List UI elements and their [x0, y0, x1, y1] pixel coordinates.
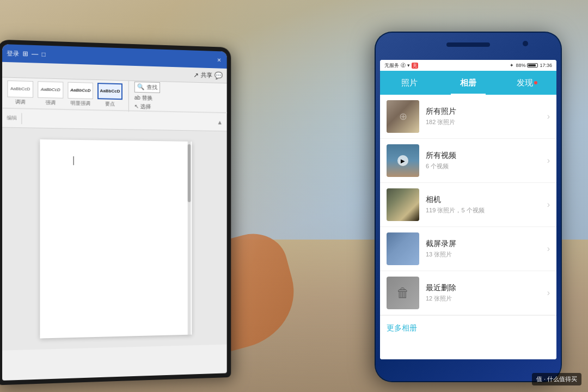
- album-title-all-videos: 所有视频: [426, 151, 547, 161]
- scroll-bar[interactable]: [188, 142, 191, 335]
- album-count-recently-deleted: 12 张照片: [426, 295, 547, 303]
- phone-speaker: [446, 42, 490, 47]
- style-box-3[interactable]: AaBbCcD 明显强调: [67, 82, 94, 107]
- discover-notification-dot: [534, 81, 537, 84]
- chevron-all-videos: ›: [547, 156, 550, 166]
- status-right: ✦ 88% 17:36: [510, 63, 552, 68]
- word-ribbon: AaBbCcD 调调 AaBbCcD 强调 AaBbCcD 明显强调: [2, 77, 227, 131]
- titlebar-icon-2: —: [32, 50, 38, 58]
- tab-albums[interactable]: 相册: [439, 71, 498, 95]
- section-divider: [21, 113, 22, 124]
- style-box-1[interactable]: AaBbCcD 调调: [7, 80, 34, 106]
- album-title-camera: 相机: [426, 195, 547, 205]
- style-label-1: 调调: [15, 98, 26, 106]
- find-label: 查找: [146, 83, 157, 91]
- phone-camera: [523, 41, 528, 46]
- album-title-recently-deleted: 最近删除: [426, 283, 547, 293]
- watermark-text: 值 · 什么值得买: [536, 376, 577, 382]
- style-preview-1: AaBbCcD: [7, 80, 33, 97]
- tab-photos[interactable]: 照片: [380, 71, 439, 95]
- left-device: 登录 ⊞ — □ ✕ ↗ 共享 💬 AaB: [0, 40, 231, 385]
- battery-fill: [528, 64, 536, 66]
- time-label: 17:36: [540, 63, 552, 68]
- badge-label: 充: [412, 63, 418, 69]
- collapse-arrow[interactable]: ▲: [27, 115, 223, 125]
- select-row[interactable]: ↖ 选择: [134, 102, 160, 111]
- text-cursor: [74, 156, 74, 165]
- scroll-thumb[interactable]: [188, 144, 191, 202]
- tab-albums-label: 相册: [460, 78, 476, 88]
- style-label-3: 明显强调: [71, 100, 90, 107]
- style-box-4[interactable]: AaBbCcD 要点: [97, 83, 123, 108]
- tab-discover-label: 发现: [517, 78, 533, 88]
- word-tools: 🔍 查找 ab 替换 ↖ 选择: [134, 81, 160, 111]
- album-thumb-all-photos: [387, 100, 419, 133]
- comment-icon: 💬: [215, 71, 223, 79]
- replace-row[interactable]: ab 替换: [134, 94, 160, 102]
- select-cursor-icon: ↖: [134, 103, 139, 109]
- more-albums-button[interactable]: 更多相册: [380, 315, 556, 341]
- album-thumb-recently-deleted: 🗑: [387, 277, 419, 309]
- style-label-4: 要点: [105, 100, 115, 107]
- album-thumb-all-videos: ▶: [387, 144, 419, 177]
- screen-content: 无服务 ⓓ ▾ 充 ✦ 88% 17:36: [380, 60, 556, 359]
- album-item-recently-deleted[interactable]: 🗑 最近删除 12 张照片 ›: [380, 271, 556, 315]
- ab-icon: ab: [134, 95, 140, 101]
- chevron-recently-deleted: ›: [547, 288, 550, 298]
- select-label: 选择: [140, 102, 151, 110]
- left-device-screen: 登录 ⊞ — □ ✕ ↗ 共享 💬 AaB: [2, 44, 227, 381]
- app-title: 登录: [7, 49, 19, 58]
- tab-discover[interactable]: 发现: [498, 71, 556, 95]
- album-info-screenshots: 截屏录屏 13 张照片: [426, 239, 547, 259]
- album-info-all-photos: 所有照片 182 张照片: [426, 107, 547, 126]
- magnifier-icon: 🔍: [137, 83, 145, 90]
- chevron-camera: ›: [547, 200, 550, 210]
- titlebar-icon-3: □: [41, 51, 45, 58]
- titlebar-controls[interactable]: ✕: [216, 56, 223, 64]
- chevron-all-photos: ›: [547, 112, 550, 121]
- play-overlay: ▶: [387, 144, 419, 177]
- style-preview-4: AaBbCcD: [97, 83, 122, 100]
- close-button[interactable]: ✕: [216, 56, 223, 64]
- album-title-screenshots: 截屏录屏: [426, 239, 547, 249]
- album-item-screenshots[interactable]: 截屏录屏 13 张照片 ›: [380, 227, 556, 271]
- more-albums-label: 更多相册: [387, 323, 417, 332]
- share-button[interactable]: ↗ 共享 💬: [193, 71, 223, 79]
- album-item-all-videos[interactable]: ▶ 所有视频 6 个视频 ›: [380, 139, 556, 183]
- right-device: 无服务 ⓓ ▾ 充 ✦ 88% 17:36: [376, 33, 561, 381]
- album-title-all-photos: 所有照片: [426, 107, 547, 117]
- chevron-screenshots: ›: [547, 244, 550, 254]
- style-preview-3: AaBbCcD: [68, 82, 93, 99]
- watermark: 值 · 什么值得买: [532, 373, 581, 385]
- photos-tabs: 照片 相册 发现: [380, 71, 556, 95]
- style-label-2: 强调: [46, 99, 56, 107]
- album-info-all-videos: 所有视频 6 个视频: [426, 151, 547, 170]
- ribbon-styles-row: AaBbCcD 调调 AaBbCcD 强调 AaBbCcD 明显强调: [2, 77, 227, 113]
- battery-pct-label: 88%: [516, 63, 525, 68]
- ribbon-editing-section: 编辑 ▲: [2, 108, 227, 131]
- play-button-thumb: ▶: [397, 155, 408, 166]
- style-box-2[interactable]: AaBbCcD 强调: [37, 81, 64, 107]
- find-bar[interactable]: 🔍 查找: [134, 81, 160, 93]
- editing-label: 编辑: [7, 114, 17, 122]
- tab-photos-label: 照片: [401, 78, 418, 88]
- word-content-area: [2, 127, 227, 350]
- album-item-camera[interactable]: 相机 119 张照片，5 个视频 ›: [380, 183, 556, 227]
- wifi-icon: ▾: [407, 63, 410, 68]
- album-info-camera: 相机 119 张照片，5 个视频: [426, 195, 547, 215]
- albums-list: 所有照片 182 张照片 › ▶ 所有视频 6 个视频: [380, 95, 556, 359]
- album-info-recently-deleted: 最近删除 12 张照片: [426, 283, 547, 303]
- ribbon-divider: [128, 79, 129, 112]
- phone-screen: 无服务 ⓓ ▾ 充 ✦ 88% 17:36: [380, 60, 556, 359]
- titlebar-icon-1: ⊞: [22, 50, 28, 58]
- word-page: [40, 139, 192, 339]
- style-preview-2: AaBbCcD: [38, 81, 63, 99]
- bluetooth-icon: ✦: [510, 63, 514, 68]
- album-thumb-screenshots: [387, 232, 419, 265]
- share-icon: ↗: [193, 71, 199, 79]
- battery-indicator: [527, 63, 538, 68]
- share-label: 共享: [201, 71, 212, 79]
- battery-bar: [527, 63, 538, 68]
- album-item-all-photos[interactable]: 所有照片 182 张照片 ›: [380, 95, 556, 139]
- carrier-label: 无服务 ⓓ: [384, 62, 406, 69]
